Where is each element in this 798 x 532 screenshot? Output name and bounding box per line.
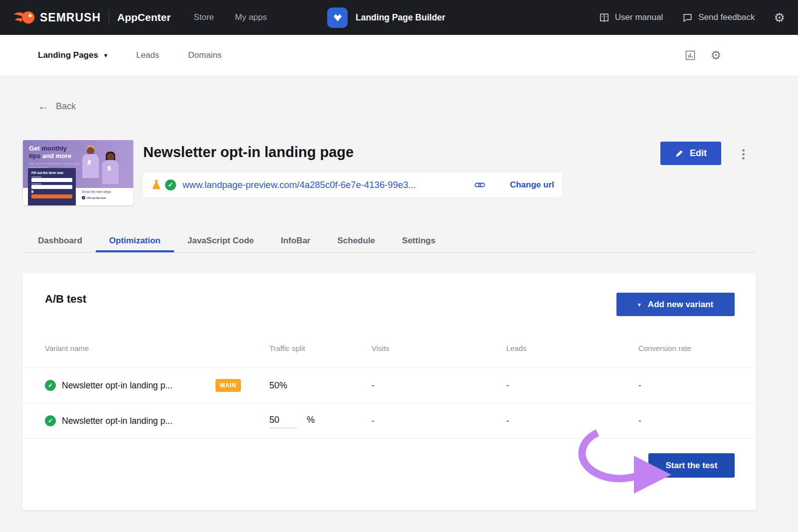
url-bar: ✓ www.landpage-preview.com/4a285c0f-6e7e… xyxy=(143,173,562,197)
product-name: AppCenter xyxy=(117,11,171,23)
book-icon xyxy=(598,12,610,23)
add-variant-label: Add new variant xyxy=(648,300,713,310)
landing-page-thumbnail: Get monthly tips and more Sign up for ou… xyxy=(23,140,133,205)
col-visits: Visits xyxy=(372,344,506,353)
back-arrow-icon: ← xyxy=(38,101,49,112)
variant-name: Newsletter opt-in landing p... xyxy=(62,416,173,426)
topbar-link-store[interactable]: Store xyxy=(194,12,214,22)
page-title: Newsletter opt-in landing page xyxy=(143,144,354,161)
brand-divider xyxy=(109,10,109,25)
variant-row-challenger: ✓ Newsletter opt-in landing p... % - - - xyxy=(22,403,756,438)
col-traffic-split: Traffic split xyxy=(269,344,372,353)
tab-optimization[interactable]: Optimization xyxy=(96,229,174,252)
conversion-value: - xyxy=(638,380,734,390)
current-app: Landing Page Builder xyxy=(327,0,445,35)
tab-javascript-code[interactable]: JavaScript Code xyxy=(174,229,267,252)
tab-infobar[interactable]: InfoBar xyxy=(267,229,324,252)
visits-value: - xyxy=(372,416,506,426)
semrush-flame-icon xyxy=(13,10,35,25)
variant-name: Newsletter opt-in landing p... xyxy=(62,380,173,391)
start-the-test-button[interactable]: Start the test xyxy=(648,453,735,478)
thumbnail-heading: Get monthly tips and more xyxy=(29,145,71,160)
topbar-actions: User manual Send feedback ⚙ xyxy=(598,11,785,24)
top-navbar: SEMRUSH AppCenter Store My apps Landing … xyxy=(0,0,798,35)
ab-test-title: A/B test xyxy=(45,293,86,306)
leads-value: - xyxy=(506,380,638,390)
analytics-chart-icon[interactable] xyxy=(684,49,696,61)
url-verified-icon: ✓ xyxy=(165,179,176,190)
tab-settings[interactable]: Settings xyxy=(389,229,449,252)
send-feedback-button[interactable]: Send feedback xyxy=(682,12,755,23)
user-manual-button[interactable]: User manual xyxy=(598,12,663,23)
subnav-item-landing-pages[interactable]: Landing Pages ▾ xyxy=(38,50,107,60)
traffic-split-input[interactable] xyxy=(269,414,297,428)
more-options-kebab[interactable] xyxy=(739,146,748,163)
chevron-down-icon: ▾ xyxy=(638,301,641,308)
variant-active-icon: ✓ xyxy=(45,415,56,426)
col-leads: Leads xyxy=(506,344,638,353)
user-manual-label: User manual xyxy=(615,12,663,22)
variants-table-header: Variant name Traffic split Visits Leads … xyxy=(22,344,756,353)
edit-label: Edit xyxy=(690,148,707,159)
landing-pages-label: Landing Pages xyxy=(38,50,98,60)
variant-active-icon: ✓ xyxy=(45,380,56,391)
leads-value: - xyxy=(506,416,638,426)
variant-row-main: ✓ Newsletter opt-in landing p... MAIN 50… xyxy=(22,367,756,403)
copy-link-icon[interactable] xyxy=(474,179,486,191)
page-tabs: Dashboard Optimization JavaScript Code I… xyxy=(23,229,756,253)
semrush-logo[interactable]: SEMRUSH xyxy=(13,10,101,25)
add-new-variant-button[interactable]: ▾ Add new variant xyxy=(616,293,735,316)
page-body: ← Back Get monthly tips and more Sign up… xyxy=(0,76,798,532)
tab-schedule[interactable]: Schedule xyxy=(324,229,389,252)
ab-flask-icon xyxy=(151,179,162,190)
feedback-bubble-icon xyxy=(682,12,693,23)
traffic-split-value: 50% xyxy=(269,380,372,391)
subnav-item-domains[interactable]: Domains xyxy=(188,50,221,60)
thumbnail-form: Fill out the form now xyxy=(28,168,76,205)
subnav-item-leads[interactable]: Leads xyxy=(136,50,159,60)
topbar-links: Store My apps xyxy=(194,12,267,22)
app-subnav: Landing Pages ▾ Leads Domains ⚙ xyxy=(0,35,798,76)
main-badge: MAIN xyxy=(215,379,241,392)
col-conversion-rate: Conversion rate xyxy=(638,344,734,353)
visits-value: - xyxy=(372,380,506,390)
tab-dashboard[interactable]: Dashboard xyxy=(23,229,96,252)
change-url-button[interactable]: Change url xyxy=(510,180,554,190)
edit-button[interactable]: Edit xyxy=(660,142,721,165)
percent-suffix: % xyxy=(307,415,315,425)
col-variant-name: Variant name xyxy=(45,344,269,353)
conversion-value: - xyxy=(638,416,734,426)
app-name: Landing Page Builder xyxy=(356,12,445,23)
subnav-icons: ⚙ xyxy=(684,49,760,61)
landing-page-builder-app-icon xyxy=(327,7,348,28)
thumbnail-steps: Show the next steps 1 Fill out the form xyxy=(82,190,111,199)
back-label: Back xyxy=(56,101,76,112)
send-feedback-label: Send feedback xyxy=(698,12,755,22)
topbar-gear-icon[interactable]: ⚙ xyxy=(774,11,785,24)
topbar-link-my-apps[interactable]: My apps xyxy=(235,12,267,22)
landing-page-url-link[interactable]: www.landpage-preview.com/4a285c0f-6e7e-4… xyxy=(183,179,416,190)
table-bottom-divider xyxy=(22,438,756,439)
ab-test-card: A/B test ▾ Add new variant Variant name … xyxy=(22,273,756,510)
pencil-icon xyxy=(675,149,684,158)
chevron-down-icon: ▾ xyxy=(104,52,107,59)
back-button[interactable]: ← Back xyxy=(38,101,76,112)
brand-name: SEMRUSH xyxy=(40,11,101,24)
subnav-gear-icon[interactable]: ⚙ xyxy=(710,49,721,61)
